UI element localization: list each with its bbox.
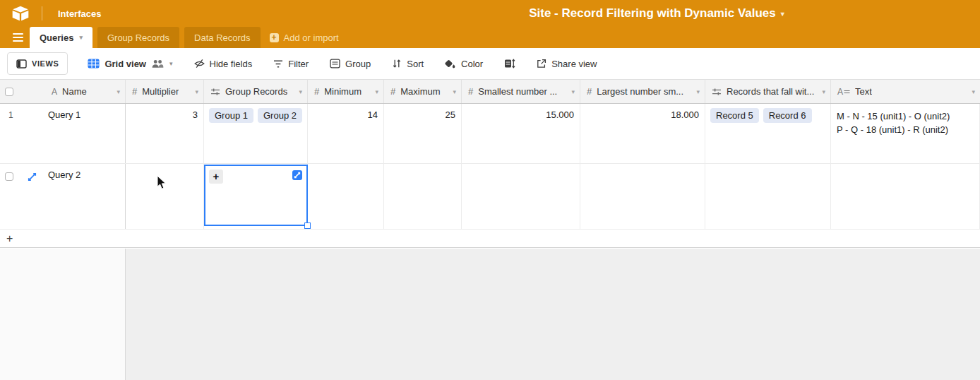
linked-record-tag[interactable]: Record 5 (710, 108, 759, 123)
expand-record-icon[interactable] (27, 172, 37, 182)
column-menu-caret-icon[interactable]: ▾ (571, 88, 575, 95)
tab-label: Data Records (194, 32, 250, 43)
cell-group-records[interactable]: Group 1 Group 2 (204, 104, 308, 163)
tab-data-records[interactable]: Data Records (184, 27, 260, 48)
collaborators-icon (151, 59, 165, 69)
column-menu-caret-icon[interactable]: ▾ (375, 88, 378, 95)
select-all-checkbox[interactable] (5, 88, 13, 96)
filter-label: Filter (288, 59, 309, 69)
cell-maximum[interactable]: 25 (384, 104, 462, 163)
linked-record-tag[interactable]: Group 1 (209, 108, 253, 123)
number-field-icon: # (468, 86, 473, 97)
row-checkbox[interactable] (5, 172, 13, 181)
grid-view-switcher[interactable]: Grid view ▾ (88, 59, 172, 69)
linked-record-tag[interactable]: Group 2 (258, 108, 302, 123)
add-record-row[interactable]: + (0, 230, 980, 248)
cell-minimum[interactable]: 14 (308, 104, 384, 163)
number-field-icon: # (390, 86, 395, 97)
topbar-divider (42, 6, 42, 20)
header-cell-multiplier[interactable]: # Multiplier ▾ (126, 80, 204, 103)
airtable-logo-icon[interactable] (11, 6, 30, 21)
text-field-icon: A (52, 87, 57, 97)
hide-fields-button[interactable]: Hide fields (194, 59, 253, 69)
cell-name[interactable]: Query 2 (0, 164, 126, 229)
header-cell-smallest-number[interactable]: # Smallest number ... ▾ (462, 80, 580, 103)
add-or-import-label: Add or import (284, 32, 339, 43)
column-menu-caret-icon[interactable]: ▾ (453, 88, 456, 95)
cell-text[interactable] (831, 164, 980, 229)
number-field-icon: # (314, 86, 319, 97)
cell-largest-number[interactable]: 18.000 (580, 104, 705, 163)
selected-cell-group-records[interactable]: + (204, 165, 308, 226)
long-text-field-icon: A (837, 87, 850, 97)
filter-button[interactable]: Filter (273, 59, 309, 69)
column-menu-caret-icon[interactable]: ▾ (972, 88, 975, 95)
cell-maximum[interactable] (384, 164, 462, 229)
header-cell-minimum[interactable]: # Minimum ▾ (308, 80, 384, 103)
cell-records-that-fall[interactable] (705, 164, 831, 229)
sidebar-icon (16, 59, 27, 69)
column-menu-caret-icon[interactable]: ▾ (822, 88, 825, 95)
page-title[interactable]: Site - Record Filtering with Dynamic Val… (529, 0, 784, 27)
tab-queries[interactable]: Queries ▾ (30, 27, 92, 48)
share-view-label: Share view (551, 59, 597, 69)
cell-minimum[interactable] (308, 164, 384, 229)
cell-name[interactable]: 1 Query 1 (0, 104, 126, 163)
linked-records-field-icon (210, 88, 220, 96)
row-height-button[interactable] (504, 59, 515, 69)
add-linked-record-button[interactable]: + (209, 170, 223, 184)
fill-handle[interactable] (304, 222, 311, 229)
table-row: 1 Query 1 3 Group 1 Group 2 14 25 15.000… (0, 104, 980, 164)
row-height-icon (504, 59, 515, 69)
column-menu-caret-icon[interactable]: ▾ (696, 88, 700, 95)
cell-records-that-fall[interactable]: Record 5 Record 6 (705, 104, 831, 163)
page-title-text: Site - Record Filtering with Dynamic Val… (529, 6, 776, 20)
share-icon (537, 59, 546, 69)
header-cell-name[interactable]: A Name ▾ (0, 80, 126, 103)
view-toolbar: VIEWS Grid view ▾ Hide fields (0, 48, 980, 80)
primary-column-background (0, 249, 126, 380)
cell-multiplier[interactable]: 3 (126, 104, 204, 163)
views-sidebar-toggle-button[interactable]: VIEWS (7, 52, 68, 75)
filter-icon (273, 59, 283, 69)
chevron-down-icon[interactable]: ▾ (169, 60, 173, 67)
group-icon (330, 59, 340, 69)
column-menu-caret-icon[interactable]: ▾ (116, 88, 120, 95)
header-cell-maximum[interactable]: # Maximum ▾ (384, 80, 462, 103)
top-bar: Interfaces Site - Record Filtering with … (0, 0, 980, 27)
header-cell-largest-number[interactable]: # Largest number sm... ▾ (580, 80, 705, 103)
linked-record-tag[interactable]: Record 6 (763, 108, 812, 123)
cell-largest-number[interactable] (580, 164, 705, 229)
cell-smallest-number[interactable]: 15.000 (462, 104, 580, 163)
grid-view: A Name ▾ # Multiplier ▾ Group Records ▾ … (0, 80, 980, 249)
share-view-button[interactable]: Share view (537, 59, 597, 69)
header-cell-records-that-fall[interactable]: Records that fall wit... ▾ (705, 80, 831, 103)
group-button[interactable]: Group (330, 59, 371, 69)
tab-caret-icon[interactable]: ▾ (79, 34, 83, 41)
views-label: VIEWS (32, 59, 59, 68)
table-row: Query 2 (0, 164, 980, 230)
menu-icon[interactable] (13, 27, 23, 48)
tab-label: Group Records (107, 32, 169, 43)
interfaces-label[interactable]: Interfaces (58, 8, 101, 19)
tab-bar: Queries ▾ Group Records Data Records + A… (0, 27, 980, 48)
header-cell-group-records[interactable]: Group Records ▾ (204, 80, 308, 103)
add-record-plus-icon: + (6, 232, 13, 245)
color-button[interactable]: Color (445, 59, 483, 69)
sort-button[interactable]: Sort (392, 59, 424, 69)
expand-cell-icon[interactable] (292, 170, 302, 180)
title-caret-icon: ▾ (781, 10, 784, 18)
cell-multiplier[interactable] (126, 164, 204, 229)
tab-group-records[interactable]: Group Records (97, 27, 179, 48)
linked-records-field-icon (712, 88, 722, 96)
plus-icon: + (270, 33, 279, 42)
column-menu-caret-icon[interactable]: ▾ (195, 88, 198, 95)
cell-text[interactable]: M - N - 15 (unit1) - O (unit2) P - Q - 1… (831, 104, 980, 163)
add-or-import-button[interactable]: + Add or import (270, 27, 339, 48)
grid-background (0, 249, 980, 380)
header-cell-text[interactable]: A Text ▾ (831, 80, 980, 103)
sort-icon (392, 59, 402, 69)
column-menu-caret-icon[interactable]: ▾ (299, 88, 302, 95)
cell-smallest-number[interactable] (462, 164, 580, 229)
grid-view-icon (88, 59, 100, 69)
